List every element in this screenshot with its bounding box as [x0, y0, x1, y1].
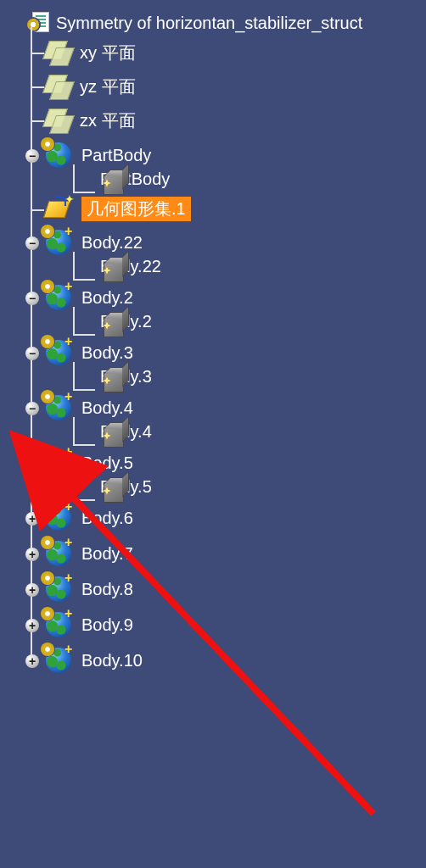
body-icon: + [44, 228, 73, 257]
body-icon: + [44, 646, 73, 675]
body-icon: + [44, 338, 73, 367]
plane-icon [44, 107, 71, 134]
collapse-toggle[interactable] [25, 292, 39, 305]
tree-node-solid[interactable]: Body.2 [97, 312, 426, 331]
collapse-toggle[interactable] [25, 347, 39, 360]
body-label: Body.8 [81, 580, 133, 599]
tree-node-solid[interactable]: PartBody [97, 170, 426, 189]
expand-toggle[interactable] [25, 548, 39, 561]
tree-node-plane[interactable]: xy 平面 [44, 36, 426, 70]
tree-node-body[interactable]: + Body.2 Body.2 [44, 280, 426, 335]
tree-node-body[interactable]: + Body.7 [44, 536, 426, 571]
body-label: PartBody [81, 146, 151, 165]
body-label: Body.2 [81, 288, 133, 308]
specification-tree[interactable]: Symmetry of horizontan_stabilizer_struct… [0, 0, 426, 678]
tree-node-solid[interactable]: Body.3 [97, 367, 426, 387]
expand-toggle[interactable] [25, 583, 39, 597]
tree-node-solid[interactable]: Body.5 [97, 477, 426, 497]
body-icon: + [44, 448, 73, 477]
body-label: Body.4 [81, 398, 133, 418]
tree-node-body[interactable]: + Body.22 Body.22 [44, 225, 426, 280]
geometrical-set-icon: ✦ [44, 196, 73, 221]
plane-label: zx 平面 [80, 109, 136, 132]
plane-label: xy 平面 [80, 42, 136, 64]
body-label: Body.6 [81, 509, 133, 528]
plane-label: yz 平面 [80, 75, 136, 98]
tree-node-body[interactable]: + Body.10 [44, 643, 426, 678]
body-icon: + [44, 393, 73, 422]
body-icon: + [44, 610, 73, 639]
tree-node-body[interactable]: + Body.3 Body.3 [44, 335, 426, 390]
root-label: Symmetry of horizontan_stabilizer_struct [56, 14, 362, 33]
collapse-toggle[interactable] [25, 236, 39, 250]
expand-toggle[interactable] [25, 619, 39, 632]
tree-node-solid[interactable]: Body.4 [97, 422, 426, 442]
body-label: Body.10 [81, 651, 143, 670]
geoset-label: 几何图形集.1 [81, 197, 191, 221]
body-icon [44, 141, 73, 170]
tree-node-body[interactable]: + Body.5 Body.5 [44, 445, 426, 500]
body-icon: + [44, 283, 73, 312]
tree-node-body[interactable]: + Body.6 [44, 500, 426, 536]
tree-node-partbody[interactable]: PartBody PartBody [44, 137, 426, 192]
tree-node-geoset[interactable]: ✦ 几何图形集.1 [44, 192, 426, 225]
body-label: Body.22 [81, 233, 143, 253]
tree-node-plane[interactable]: yz 平面 [44, 70, 426, 103]
expand-toggle[interactable] [25, 654, 39, 668]
tree-node-body[interactable]: + Body.8 [44, 571, 426, 607]
body-label: Body.7 [81, 544, 133, 564]
tree-node-body[interactable]: + Body.9 [44, 607, 426, 643]
body-label: Body.5 [81, 453, 133, 473]
body-icon: + [44, 575, 73, 604]
collapse-toggle[interactable] [25, 402, 39, 415]
tree-node-plane[interactable]: zx 平面 [44, 103, 426, 137]
tree-node-solid[interactable]: Body.22 [97, 257, 426, 276]
collapse-toggle[interactable] [25, 457, 39, 470]
expand-toggle[interactable] [25, 512, 39, 526]
root-children: xy 平面 yz 平面 zx 平面 PartBody [22, 36, 426, 678]
plane-icon [44, 39, 71, 66]
body-icon: + [44, 539, 73, 568]
tree-node-body[interactable]: + Body.4 Body.4 [44, 390, 426, 445]
plane-icon [44, 73, 71, 100]
body-icon: + [44, 504, 73, 532]
body-label: Body.9 [81, 615, 133, 635]
tree-root-node[interactable]: Symmetry of horizontan_stabilizer_struct [27, 10, 426, 36]
collapse-toggle[interactable] [25, 149, 39, 163]
body-label: Body.3 [81, 343, 133, 363]
